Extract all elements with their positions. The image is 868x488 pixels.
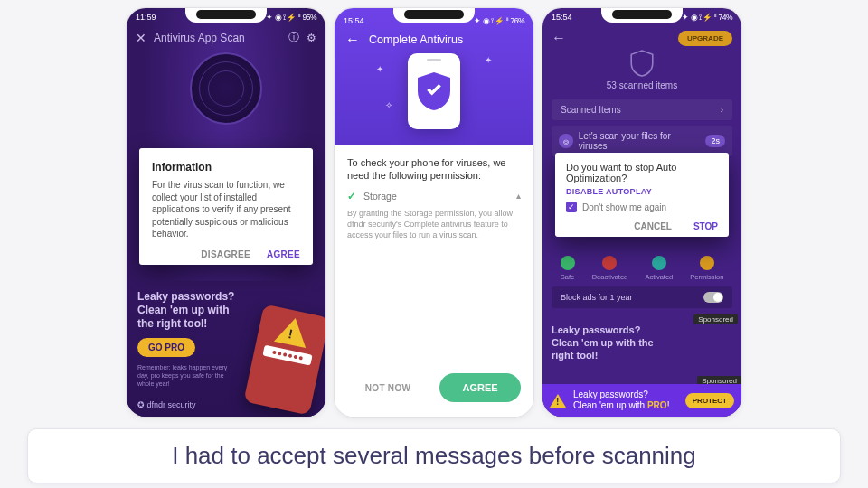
- ad-fineprint: Remember: leaks happen every day, pro ke…: [137, 364, 237, 388]
- status-time: 15:54: [552, 13, 572, 22]
- phone-1: 11:59 ✦ ◉ ⟟ ⚡ ᴵᴵ 95% ✕ Antivirus App Sca…: [126, 7, 326, 418]
- shield-section: 53 scanned items: [542, 50, 741, 90]
- status-time: 11:59: [136, 13, 156, 22]
- phone-3: 15:54 ✦ ◉ ⟟ ⚡ ᴵᴵ 74% ← UPGRADE 53 scanne…: [542, 7, 742, 418]
- warning-icon: [550, 394, 566, 408]
- lead-text: To check your phone for viruses, we need…: [347, 156, 521, 183]
- dont-show-checkbox[interactable]: ✓ Don't show me again: [566, 202, 718, 212]
- dialog-question: Do you want to stop Auto Optimization?: [566, 162, 718, 183]
- back-icon[interactable]: ←: [345, 32, 360, 48]
- back-icon[interactable]: ←: [552, 30, 566, 46]
- banner-text: Leaky passwords? Clean 'em up with PRO!: [573, 389, 678, 411]
- dialog-title: Information: [152, 161, 300, 174]
- app-bar: ← UPGRADE: [542, 26, 741, 46]
- sponsored-label: Sponsored: [693, 314, 738, 324]
- permission-desc: By granting the Storage permission, you …: [347, 208, 521, 240]
- status-battery: ✦ ◉ ⟟ ⚡ ᴵᴵ 74%: [682, 13, 732, 23]
- promo-ad: Leaky passwords? Clean 'em up with the r…: [127, 281, 326, 417]
- notch: [601, 8, 683, 23]
- check-icon: ✓: [347, 190, 356, 202]
- radar-graphic: [190, 52, 262, 125]
- ad-brand: ✪ dfndr security: [137, 400, 196, 409]
- protect-button[interactable]: PROTECT: [685, 393, 734, 408]
- content-section: To check your phone for viruses, we need…: [335, 145, 533, 251]
- scan-files-row[interactable]: ⌾ Let's scan your files for viruses 2s: [552, 126, 732, 156]
- disable-autoplay-link[interactable]: DISABLE AUTOPLAY: [566, 187, 718, 196]
- app-bar: ← Complete Antivirus: [335, 30, 533, 53]
- feature-dot: [652, 256, 666, 270]
- permission-row[interactable]: ✓ Storage ▴: [347, 190, 521, 202]
- block-ads-row[interactable]: Block ads for 1 year: [552, 286, 732, 308]
- auto-optimization-dialog: Do you want to stop Auto Optimization? D…: [555, 153, 729, 237]
- shield-icon: [630, 50, 654, 77]
- feature-dot: [561, 256, 575, 270]
- feature-dot: [602, 256, 617, 270]
- duration-badge: 2s: [705, 135, 725, 147]
- notch: [185, 8, 267, 23]
- permission-name: Storage: [363, 191, 397, 202]
- status-battery: ✦ ◉ ⟟ ⚡ ᴵᴵ 95%: [266, 13, 316, 23]
- phone-2: 15:54 ✦ ◉ ⟟ ⚡ ᴵᴵ 76% ← Complete Antiviru…: [334, 7, 534, 418]
- disagree-button[interactable]: DISAGREE: [201, 249, 250, 259]
- bottom-banner-ad[interactable]: Leaky passwords? Clean 'em up with PRO! …: [542, 384, 741, 417]
- sparkle-icon: ✦: [376, 64, 383, 74]
- scanned-items-button[interactable]: Scanned Items ›: [552, 99, 732, 120]
- ad-headline: Leaky passwords? Clean 'em up with the r…: [552, 324, 660, 361]
- ad-headline: Leaky passwords? Clean 'em up with the r…: [137, 290, 246, 331]
- toggle-switch[interactable]: [703, 292, 723, 303]
- status-time: 15:54: [344, 16, 364, 25]
- hero-section: 15:54 ✦ ◉ ⟟ ⚡ ᴵᴵ 76% ← Complete Antiviru…: [335, 8, 533, 145]
- feature-dot: [700, 256, 714, 270]
- dialog-body: For the virus scan to function, we colle…: [152, 179, 300, 240]
- scan-icon: ⌾: [559, 134, 573, 148]
- caption-text: I had to accept several messages before …: [27, 428, 841, 483]
- info-icon[interactable]: ⓘ: [288, 30, 299, 45]
- notch: [393, 8, 475, 23]
- settings-icon[interactable]: ⚙: [307, 32, 316, 44]
- go-pro-button[interactable]: GO PRO: [137, 338, 195, 357]
- ad-phone-graphic: [243, 305, 326, 416]
- upgrade-button[interactable]: UPGRADE: [678, 31, 732, 46]
- caret-up-icon: ▴: [516, 191, 521, 201]
- permission-dialog: Information For the virus scan to functi…: [139, 148, 313, 265]
- sparkle-icon: ✧: [385, 100, 392, 110]
- app-bar: ✕ Antivirus App Scan ⓘ ⚙: [127, 26, 326, 47]
- hero-phone-graphic: [408, 53, 460, 129]
- app-title: Complete Antivirus: [369, 33, 463, 46]
- agree-button[interactable]: AGREE: [267, 249, 300, 259]
- feature-status-row: Safe Deactivated Activated Permission: [542, 256, 741, 281]
- status-battery: ✦ ◉ ⟟ ⚡ ᴵᴵ 76%: [474, 16, 524, 26]
- agree-button[interactable]: AGREE: [439, 373, 521, 402]
- stop-button[interactable]: STOP: [693, 221, 718, 231]
- chevron-right-icon: ›: [721, 105, 723, 115]
- app-title: Antivirus App Scan: [154, 32, 245, 44]
- close-icon[interactable]: ✕: [136, 31, 146, 45]
- scanned-count: 53 scanned items: [607, 80, 677, 90]
- not-now-button[interactable]: NOT NOW: [347, 374, 429, 402]
- sparkle-icon: ✦: [485, 55, 492, 65]
- checkbox-icon: ✓: [566, 202, 577, 212]
- footer-actions: NOT NOW AGREE: [335, 362, 533, 417]
- cancel-button[interactable]: CANCEL: [634, 221, 672, 231]
- phone-row: 11:59 ✦ ◉ ⟟ ⚡ ᴵᴵ 95% ✕ Antivirus App Sca…: [126, 7, 742, 418]
- warning-icon: [274, 314, 311, 348]
- shield-icon: [418, 71, 450, 111]
